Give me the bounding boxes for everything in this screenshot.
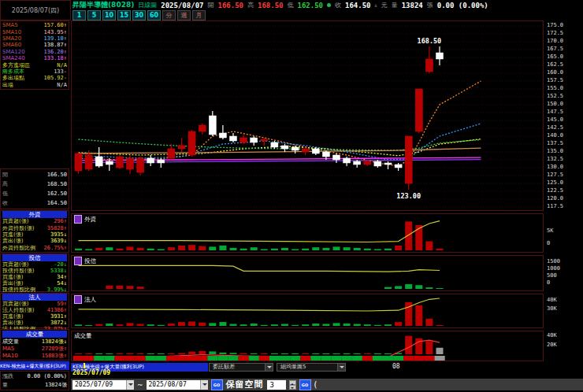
stat-row: 開166.50 <box>2 172 67 178</box>
stat-value: 0.00 (0.00%) <box>27 373 67 379</box>
chevron-down-icon[interactable] <box>265 364 273 371</box>
period-button-月[interactable]: 月 <box>192 10 206 20</box>
panel-tick-label: 1000 <box>547 265 560 272</box>
price-tick-label: 155.0 <box>547 85 563 91</box>
bottom-control-bar: 2025/07/09 ~ 2025/08/07 GO 保留空間 3 GO ( <box>71 379 583 390</box>
stat-value: 13824張↓ <box>42 338 67 345</box>
indicator-dropdown-1[interactable]: 委託額差 <box>209 363 273 372</box>
stat-value: 296↑ <box>54 218 67 224</box>
calendar-dropdown-icon[interactable] <box>126 380 134 390</box>
price-tick-label: 125.0 <box>547 179 563 186</box>
price-tick-label: 135.0 <box>547 148 563 154</box>
stat-label: 兩多成本 <box>2 68 24 75</box>
main-candlestick-chart[interactable]: 123.00168.50 <box>71 20 544 211</box>
period-button-60[interactable]: 60 <box>147 10 161 20</box>
price-tick-label: 140.0 <box>547 132 563 139</box>
stat-value: 164.50 <box>47 200 67 206</box>
period-button-15[interactable]: 15 <box>117 10 131 20</box>
keep-space-input[interactable]: 3 <box>267 380 286 390</box>
stat-value: 133.18↑ <box>43 55 67 61</box>
price-axis: 175.0172.5170.0167.5165.0162.5160.0157.5… <box>544 20 581 211</box>
stat-label: 買進(張) <box>2 313 23 320</box>
foreign-investor-box: 外資買賣超(張)296↑外資持股(張)35828↑買進(張)3935↓賣出(張)… <box>0 210 69 253</box>
panel-label-volume: 成交量 <box>74 332 92 340</box>
stat-label: MA5 <box>2 346 14 352</box>
go-button-2[interactable]: GO <box>299 379 311 390</box>
price-tick-label: 167.5 <box>547 46 563 52</box>
stat-label: 成交量 <box>2 338 19 345</box>
period-button-週[interactable]: 週 <box>177 10 191 20</box>
stat-value: N/A <box>57 82 67 88</box>
stat-row: 高168.50 <box>2 181 67 187</box>
spinner-control[interactable] <box>289 380 296 390</box>
stat-row: 投信持股(張)5338↓ <box>2 268 67 274</box>
sma-values-box: SMA5157.60↑SMA10143.95↑SMA20139.10↑SMA60… <box>0 20 69 90</box>
stat-value: 27289張↑ <box>42 346 67 352</box>
price-tick-label: 157.5 <box>547 77 563 83</box>
period-button-分[interactable]: 分 <box>162 10 176 20</box>
price-tick-label: 130.0 <box>547 164 563 170</box>
current-date-box: 2025/08/07(四) <box>0 0 71 20</box>
trust-net-panel[interactable]: 投信 <box>71 255 544 291</box>
box-title: 成交量 <box>2 331 67 338</box>
cursor-date-label: 2025/07/09 <box>72 369 110 376</box>
panel-label-foreign: 外資 <box>74 215 96 224</box>
range-start-input[interactable]: 2025/07/09 <box>72 380 134 390</box>
panel-tick-label: 30K <box>547 305 557 312</box>
stat-value: 34↑ <box>57 274 67 280</box>
quote-info-bar: 昇陽半導體(8028) 日線圖 2025/08/07 開 166.50 高 16… <box>72 0 583 10</box>
stat-row: 漲跌0.00 (0.00%) <box>2 373 67 379</box>
stat-label: 高 <box>2 181 8 187</box>
indicator-dropdown-2[interactable]: 細均量圖5 <box>277 363 346 372</box>
stat-row: 多方進場區N/A <box>2 62 67 68</box>
stat-label: SMA120 <box>2 49 25 55</box>
panel-label-trust: 投信 <box>74 257 96 265</box>
stat-value: 15083張↑ <box>42 353 67 359</box>
stat-label: 買賣超(張) <box>2 218 28 224</box>
strategy-label-bar-left: KEN-極光線+爆大量(獲利3UP) <box>0 361 69 370</box>
go-button[interactable]: GO <box>211 379 223 390</box>
foreign-panel-axis: 5K0 <box>544 213 581 253</box>
price-tick-label: 160.0 <box>547 69 563 76</box>
volume-stats-box: 成交量成交量13824張↓MA527289張↑MA1015083張↑ <box>0 329 69 361</box>
price-tick-label: 147.5 <box>547 109 563 115</box>
close-suffix: s <box>375 2 377 8</box>
stat-label: 開 <box>2 172 8 178</box>
calendar-dropdown-icon[interactable] <box>200 380 208 390</box>
spinner-down-icon[interactable] <box>289 385 296 390</box>
stat-label: 買賣超(張) <box>2 261 28 268</box>
panel-tick-label: 40K <box>547 332 557 338</box>
volume-panel[interactable]: 成交量 <box>71 331 544 361</box>
stat-label: 賣出(張) <box>2 238 23 244</box>
period-button-5[interactable]: 5 <box>87 10 101 20</box>
stat-row: 收164.50 <box>2 200 67 206</box>
institutional-net-panel[interactable]: 法人 <box>71 294 544 328</box>
stat-label: 法人持股(張) <box>2 307 34 313</box>
period-button-30[interactable]: 30 <box>132 10 146 20</box>
period-button-10[interactable]: 10 <box>102 10 116 20</box>
close-value: 164.50 <box>345 2 371 9</box>
range-end-input[interactable]: 2025/08/07 <box>147 380 208 390</box>
period-button-1[interactable]: 1 <box>72 10 86 20</box>
price-tick-label: 132.5 <box>547 156 563 162</box>
stat-value: 105.92- <box>43 75 67 81</box>
high-label: 高 <box>247 1 254 9</box>
indicator-icon <box>74 295 82 304</box>
foreign-net-panel[interactable]: 外資 <box>71 213 544 253</box>
stat-label: 賣出(張) <box>2 320 23 326</box>
stat-value: 3935↓ <box>50 231 67 238</box>
trading-app-window: 2025/08/07(四) 昇陽半導體(8028) 日線圖 2025/08/07… <box>0 0 583 392</box>
panel-tick-label: 1500 <box>547 258 560 264</box>
stat-label: MA10 <box>2 353 18 359</box>
chevron-down-icon[interactable] <box>337 364 345 371</box>
price-tick-label: 162.5 <box>547 61 563 68</box>
panel-tick-label: 0 <box>547 279 550 286</box>
panel-tick-label: 5K <box>547 227 553 234</box>
price-tick-label: 127.5 <box>547 172 563 178</box>
stat-row: 成交量13824張↓ <box>2 338 67 345</box>
unit-label: 元 <box>381 1 388 9</box>
stat-row: SMA10143.95↑ <box>2 29 67 35</box>
stat-row: 買賣超(張)296↑ <box>2 218 67 224</box>
stat-row: 買進(張)3931↑ <box>2 313 67 320</box>
stat-value: 3931↑ <box>50 313 67 320</box>
